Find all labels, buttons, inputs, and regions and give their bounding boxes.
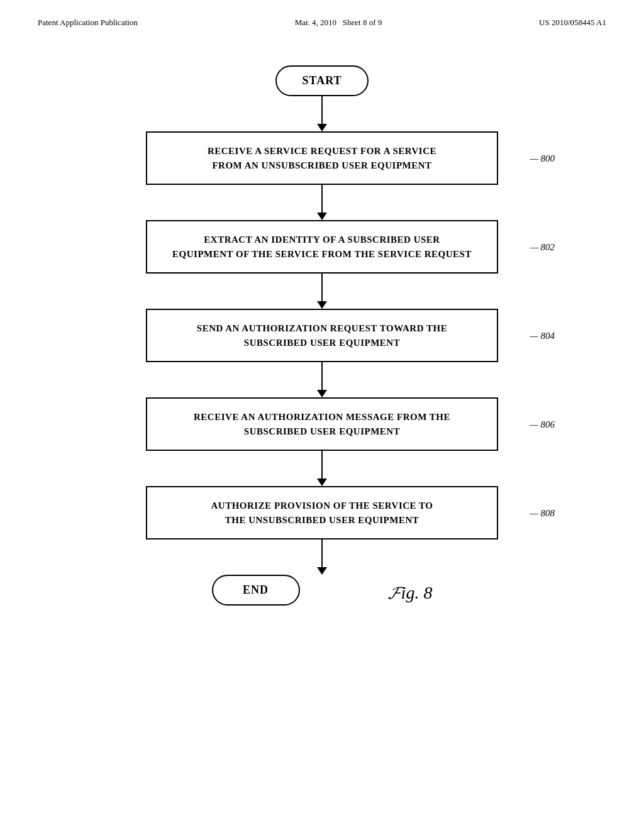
step-802-label: — 802 [530,241,555,252]
step-802-box: EXTRACT AN IDENTITY OF A SUBSCRIBED USER… [146,220,498,274]
step-806-text: RECEIVE AN AUTHORIZATION MESSAGE FROM TH… [194,412,450,436]
start-node: START [275,65,368,96]
flowchart-diagram: START RECEIVE A SERVICE REQUEST FOR A SE… [0,65,644,606]
arrow-3 [317,362,327,397]
header-right: US 2010/058445 A1 [539,18,606,28]
step-800-wrapper: RECEIVE A SERVICE REQUEST FOR A SERVICEF… [146,131,498,185]
step-802-wrapper: EXTRACT AN IDENTITY OF A SUBSCRIBED USER… [146,220,498,274]
step-806-wrapper: RECEIVE AN AUTHORIZATION MESSAGE FROM TH… [146,397,498,451]
start-label: START [275,65,368,96]
step-808-label: — 808 [530,507,555,518]
step-806-box: RECEIVE AN AUTHORIZATION MESSAGE FROM TH… [146,397,498,451]
arrow-0 [317,96,327,131]
arrow-5 [317,540,327,575]
arrow-1 [317,185,327,220]
step-806-label: — 806 [530,419,555,429]
step-808-box: AUTHORIZE PROVISION OF THE SERVICE TOTHE… [146,486,498,540]
step-804-text: SEND AN AUTHORIZATION REQUEST TOWARD THE… [197,323,447,348]
step-804-wrapper: SEND AN AUTHORIZATION REQUEST TOWARD THE… [146,309,498,362]
step-804-label: — 804 [530,330,555,341]
arrow-2 [317,274,327,309]
page-header: Patent Application Publication Mar. 4, 2… [0,0,644,28]
step-800-text: RECEIVE A SERVICE REQUEST FOR A SERVICEF… [208,146,436,170]
step-808-text: AUTHORIZE PROVISION OF THE SERVICE TOTHE… [211,501,433,525]
step-804-box: SEND AN AUTHORIZATION REQUEST TOWARD THE… [146,309,498,362]
arrow-4 [317,451,327,486]
fig-caption: 𝓕ig. 8 [388,583,433,604]
step-802-text: EXTRACT AN IDENTITY OF A SUBSCRIBED USER… [172,235,472,259]
end-label: END [212,575,300,606]
header-left: Patent Application Publication [38,18,138,28]
step-800-label: — 800 [530,153,555,163]
step-800-box: RECEIVE A SERVICE REQUEST FOR A SERVICEF… [146,131,498,185]
end-row: END 𝓕ig. 8 [212,575,433,606]
header-center: Mar. 4, 2010 Sheet 8 of 9 [295,18,382,28]
step-808-wrapper: AUTHORIZE PROVISION OF THE SERVICE TOTHE… [146,486,498,540]
